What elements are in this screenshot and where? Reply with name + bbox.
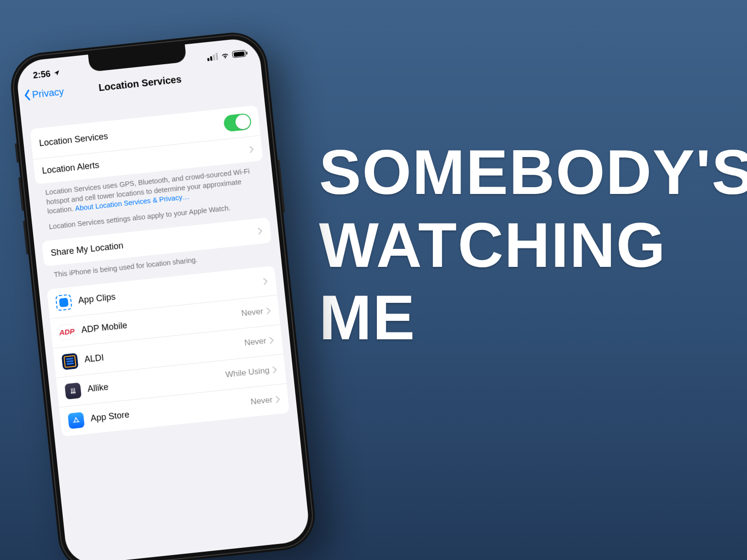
status-time: 2:56 [33,69,51,81]
toggle-switch[interactable] [223,113,252,132]
app-clips-icon [55,294,72,311]
app-name: Allike [87,370,226,395]
chevron-right-icon [272,366,278,374]
headline-line-1: SOMEBODY'S [319,136,718,209]
battery-icon [232,50,246,58]
chevron-right-icon [266,307,271,315]
location-arrow-icon [53,70,60,77]
adp-icon: ADP [58,323,75,340]
aldi-icon [61,353,78,370]
chevron-right-icon [257,227,263,235]
phone-screen: 2:56 [15,37,311,560]
chevron-right-icon [249,145,254,153]
app-permission-value: Never [244,336,267,348]
allike-icon [65,383,82,400]
app-permission-value: Never [241,306,264,318]
headline: SOMEBODY'S WATCHING ME [319,136,718,354]
app-store-icon [68,412,85,429]
app-permission-value: While Using [225,366,270,380]
chevron-right-icon [275,395,281,403]
back-label: Privacy [32,86,65,100]
back-button[interactable]: Privacy [23,86,65,102]
app-name: App Store [90,397,251,424]
wifi-icon [220,51,230,60]
chevron-right-icon [269,336,275,344]
chevron-right-icon [263,277,268,285]
cellular-signal-icon [207,52,218,61]
app-permission-value: Never [250,395,273,407]
headline-line-3: ME [319,281,718,354]
phone-mockup: 2:56 [8,29,319,560]
headline-line-2: WATCHING [319,209,718,282]
chevron-left-icon [23,89,32,102]
settings-group-apps: App Clips ADP ADP Mobile Never [47,266,289,437]
